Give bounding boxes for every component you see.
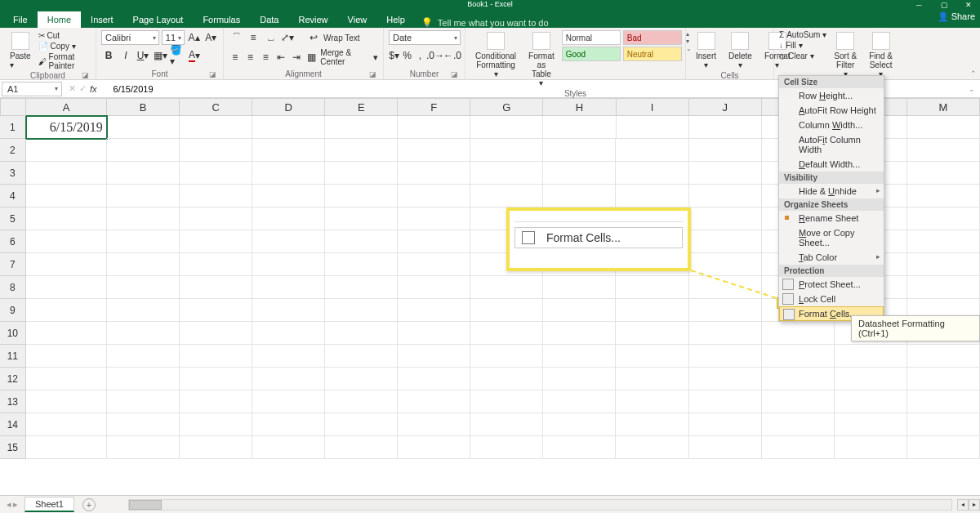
cell[interactable] bbox=[470, 299, 543, 322]
grow-font-icon[interactable]: A▴ bbox=[187, 30, 202, 45]
tell-me[interactable]: 💡 Tell me what you want to do bbox=[421, 17, 549, 28]
cell[interactable] bbox=[616, 390, 688, 413]
copy-button[interactable]: 📄 Copy ▾ bbox=[38, 42, 91, 51]
style-normal[interactable]: Normal bbox=[562, 30, 621, 45]
cell[interactable] bbox=[907, 345, 980, 368]
underline-button[interactable]: U▾ bbox=[136, 48, 150, 63]
cell[interactable] bbox=[398, 162, 470, 185]
cell[interactable] bbox=[180, 345, 252, 368]
cell[interactable] bbox=[107, 230, 180, 253]
italic-button[interactable]: I bbox=[118, 48, 133, 63]
cell[interactable] bbox=[107, 162, 180, 185]
cell[interactable] bbox=[26, 185, 107, 207]
cell[interactable] bbox=[835, 436, 907, 459]
menu-item[interactable]: AutoFit Row Height bbox=[779, 103, 884, 118]
cell[interactable] bbox=[398, 276, 470, 299]
cell[interactable] bbox=[616, 345, 688, 368]
clear-button[interactable]: ◇ Clear ▾ bbox=[779, 51, 826, 60]
cell[interactable] bbox=[252, 162, 325, 185]
cell[interactable] bbox=[252, 368, 325, 390]
cell[interactable] bbox=[835, 390, 907, 413]
cell[interactable] bbox=[689, 322, 762, 345]
cell[interactable] bbox=[543, 276, 616, 299]
sheet-tab[interactable]: Sheet1 bbox=[24, 497, 74, 512]
row-header[interactable]: 12 bbox=[0, 368, 26, 390]
tab-view[interactable]: View bbox=[338, 11, 377, 28]
align-left-icon[interactable]: ≡ bbox=[229, 50, 242, 65]
decrease-indent-icon[interactable]: ⇤ bbox=[274, 50, 287, 65]
menu-item[interactable]: Hide & Unhide bbox=[779, 184, 884, 199]
cell[interactable] bbox=[543, 413, 616, 436]
cell[interactable] bbox=[762, 322, 835, 345]
cell[interactable] bbox=[616, 322, 688, 345]
callout-item[interactable]: Format Cells... bbox=[514, 227, 683, 248]
cell[interactable] bbox=[762, 390, 835, 413]
cell[interactable] bbox=[398, 230, 470, 253]
scrollbar-thumb[interactable] bbox=[129, 500, 162, 510]
align-right-icon[interactable]: ≡ bbox=[259, 50, 272, 65]
cell[interactable] bbox=[325, 436, 398, 459]
cell[interactable] bbox=[470, 390, 543, 413]
cell[interactable] bbox=[689, 185, 762, 207]
tab-data[interactable]: Data bbox=[250, 11, 288, 28]
row-header[interactable]: 1 bbox=[0, 116, 26, 139]
cell[interactable] bbox=[616, 185, 688, 207]
cell[interactable] bbox=[616, 276, 688, 299]
cell[interactable] bbox=[689, 413, 762, 436]
cell[interactable] bbox=[470, 116, 543, 139]
alignment-dialog-icon[interactable]: ◪ bbox=[369, 70, 376, 78]
shrink-font-icon[interactable]: A▾ bbox=[203, 30, 218, 45]
bold-button[interactable]: B bbox=[101, 48, 116, 63]
cell[interactable] bbox=[398, 116, 470, 139]
cell[interactable] bbox=[252, 139, 325, 162]
minimize-icon[interactable]: ─ bbox=[916, 1, 926, 7]
cell[interactable] bbox=[398, 436, 470, 459]
cell[interactable] bbox=[26, 162, 107, 185]
cell[interactable] bbox=[543, 390, 616, 413]
cancel-formula-icon[interactable]: ✕ bbox=[69, 83, 76, 94]
cell[interactable] bbox=[252, 116, 325, 139]
cell[interactable] bbox=[907, 185, 980, 207]
decrease-decimal-icon[interactable]: ←.0 bbox=[445, 48, 460, 63]
cell[interactable] bbox=[398, 390, 470, 413]
cell[interactable] bbox=[907, 162, 980, 185]
row-header[interactable]: 2 bbox=[0, 139, 26, 162]
insert-cells-button[interactable]: Insert▾ bbox=[691, 30, 721, 71]
cell[interactable] bbox=[689, 207, 762, 230]
number-dialog-icon[interactable]: ◪ bbox=[451, 70, 458, 78]
align-middle-icon[interactable]: ≡ bbox=[246, 30, 261, 45]
cell[interactable] bbox=[689, 390, 762, 413]
row-header[interactable]: 3 bbox=[0, 162, 26, 185]
menu-item[interactable]: Row Height... bbox=[779, 88, 884, 103]
cell[interactable] bbox=[26, 413, 107, 436]
cell[interactable] bbox=[26, 139, 107, 162]
enter-formula-icon[interactable]: ✓ bbox=[79, 83, 87, 94]
cell[interactable] bbox=[26, 368, 107, 390]
cut-button[interactable]: ✂ Cut bbox=[38, 31, 91, 40]
font-dialog-icon[interactable]: ◪ bbox=[209, 70, 216, 78]
delete-cells-button[interactable]: Delete▾ bbox=[724, 30, 757, 71]
add-sheet-button[interactable]: + bbox=[82, 498, 96, 511]
cell[interactable] bbox=[543, 345, 616, 368]
cell[interactable] bbox=[26, 207, 107, 230]
sheet-nav-prev-icon[interactable]: ◂ bbox=[7, 499, 11, 510]
maximize-icon[interactable]: ▢ bbox=[941, 1, 951, 7]
cell[interactable] bbox=[398, 322, 470, 345]
menu-item[interactable]: Protect Sheet... bbox=[779, 277, 884, 292]
cell[interactable] bbox=[325, 207, 398, 230]
sheet-nav-next-icon[interactable]: ▸ bbox=[13, 499, 18, 510]
number-format-select[interactable]: Date bbox=[389, 30, 461, 45]
orientation-icon[interactable]: ⤢▾ bbox=[280, 30, 295, 45]
column-header[interactable]: E bbox=[325, 98, 398, 116]
cell[interactable] bbox=[252, 299, 325, 322]
row-header[interactable]: 13 bbox=[0, 390, 26, 413]
cell[interactable] bbox=[762, 368, 835, 390]
cell[interactable] bbox=[325, 162, 398, 185]
cell[interactable] bbox=[543, 116, 616, 139]
cell[interactable] bbox=[26, 253, 107, 276]
font-color-button[interactable]: A▾ bbox=[187, 48, 202, 63]
clipboard-dialog-icon[interactable]: ◪ bbox=[82, 71, 89, 79]
currency-icon[interactable]: $▾ bbox=[389, 48, 399, 63]
cell[interactable] bbox=[107, 413, 180, 436]
increase-decimal-icon[interactable]: .0→ bbox=[428, 48, 443, 63]
